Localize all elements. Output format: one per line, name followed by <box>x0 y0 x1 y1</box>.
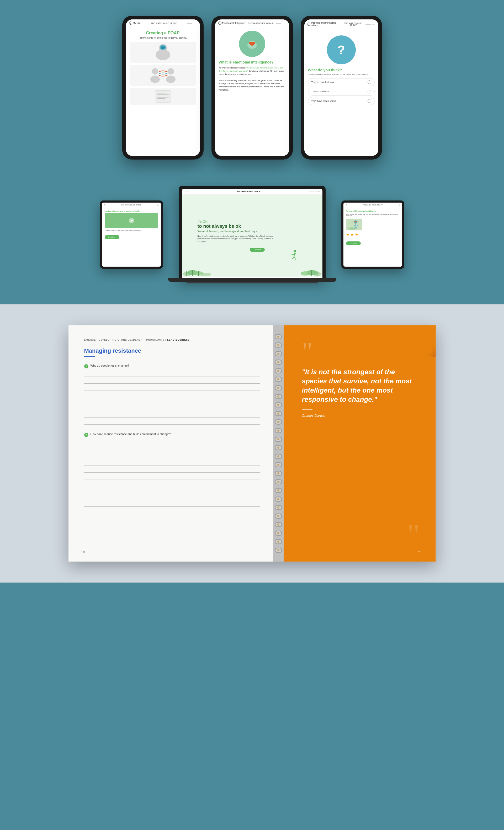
laptop-header-controls: ☰ <box>309 191 320 193</box>
workbook-page-num-right: 52 <box>417 550 420 554</box>
star-3[interactable]: ★ <box>355 232 358 237</box>
play-icon <box>128 218 135 224</box>
svg-rect-10 <box>157 96 169 96</box>
side-left-close[interactable]: ✕ <box>104 204 105 206</box>
laptop-header: ● ● ● THE WAREHOUSE GROUP ☰ <box>182 189 322 195</box>
phone2-title: What is emotional intelligence? <box>219 60 285 64</box>
question-mark-icon: ? <box>337 43 345 57</box>
workbook-container: EMERGE | DEVELOPING STORE LEADERSHIP PRO… <box>68 325 436 562</box>
phone1-content: Creating a POAP Flip the cards for some … <box>126 27 200 154</box>
side-screen-right-content: Personal/Emotional resilience Click on t… <box>343 207 402 248</box>
phone1-back-button[interactable]: ‹ My plan <box>129 22 141 25</box>
svg-rect-12 <box>157 98 165 99</box>
radio-label-3: They have magic wand <box>311 100 336 102</box>
quote-divider <box>302 409 313 410</box>
runner-figure <box>288 249 299 262</box>
continue-button-left[interactable]: Continue <box>105 235 119 239</box>
svg-point-25 <box>301 271 310 276</box>
spiral-ring <box>275 471 282 476</box>
spiral-ring <box>275 343 282 348</box>
answer-line <box>84 405 260 411</box>
spiral-ring <box>275 351 282 356</box>
resilience-figure <box>346 219 362 230</box>
spiral-ring <box>275 334 282 339</box>
spiral-ring <box>275 368 282 374</box>
back-arrow-icon: ‹ <box>129 22 132 25</box>
side-right-menu[interactable]: ☰ <box>399 204 400 206</box>
side-right-close[interactable]: ✕ <box>346 204 347 206</box>
side-screen-left-content: Isn't resilience just a bunch of self...… <box>102 207 161 242</box>
question-2-text: How can I reduce resistance and build co… <box>91 433 171 436</box>
workbook-quote: "It is not the strongest of the species … <box>302 368 420 404</box>
resilience-illustration <box>347 219 361 230</box>
phone3-back-button[interactable]: ‹ Inspiring and motivating others <box>308 22 341 27</box>
radio-option-2[interactable]: They're authentic <box>308 88 375 96</box>
workbook-answer-lines-1 <box>84 371 260 424</box>
continue-button-right[interactable]: Continue <box>346 242 361 245</box>
svg-point-5 <box>168 68 174 74</box>
laptop-continue-button[interactable]: Continue <box>250 248 264 252</box>
answer-line <box>84 446 260 452</box>
phone3-menu-icon[interactable] <box>372 23 375 26</box>
workbook-section-title: Managing resistance <box>84 347 260 354</box>
radio-label-1: They're born that way <box>311 81 334 84</box>
stars-row: ★ ★ ★ <box>346 232 400 237</box>
answer-line <box>84 453 260 459</box>
star-2[interactable]: ★ <box>350 232 354 237</box>
quote-mark-open: " <box>302 341 420 362</box>
laptop-ok-text: It's OK <box>197 220 208 224</box>
svg-line-40 <box>356 227 357 229</box>
workbook-left-page: EMERGE | DEVELOPING STORE LEADERSHIP PRO… <box>68 325 273 562</box>
spiral-ring <box>275 359 282 365</box>
spiral-ring <box>275 428 282 433</box>
svg-rect-8 <box>157 93 165 93</box>
workbook-question-1: ? Why do people resist change? <box>84 364 260 369</box>
radio-circle-2 <box>368 90 371 93</box>
laptop-wrapper: ● ● ● THE WAREHOUSE GROUP ☰ <box>168 186 336 283</box>
spiral-ring <box>275 454 282 459</box>
phone2-back-button[interactable]: ‹ Emotional Intelligence <box>218 22 245 25</box>
phone2-body-text1: As Theodore Roosevelt said: <box>219 67 246 69</box>
mobile-section: ‹ My plan THE WAREHOUSE GROUP Creating a… <box>0 0 504 181</box>
answer-line <box>84 487 260 493</box>
phone3-back-label: Inspiring and motivating others <box>311 22 341 27</box>
spiral-ring <box>275 497 282 502</box>
svg-point-4 <box>150 75 160 83</box>
laptop-body-text: Now, if you're training a person to help… <box>197 235 276 243</box>
phone1-title: Creating a POAP <box>130 31 196 35</box>
video-thumbnail[interactable] <box>105 213 158 228</box>
back-arrow-icon-2: ‹ <box>218 22 221 25</box>
phone3-title: What do you think? <box>308 68 375 72</box>
card-brain[interactable] <box>130 42 196 63</box>
spiral-ring <box>275 385 282 390</box>
phone2-menu-icon[interactable] <box>282 22 286 24</box>
laptop-footer-bar <box>187 282 318 283</box>
phone1-subtitle: Flip the cards for some tips to get you … <box>130 36 196 39</box>
laptop-sub-text: We're all human, and have good and bad d… <box>197 230 257 233</box>
answer-line <box>84 459 260 466</box>
radio-option-1[interactable]: They're born that way <box>308 78 375 86</box>
phone2-body: As Theodore Roosevelt said: "No one care… <box>219 66 285 92</box>
plants-right <box>280 256 322 277</box>
question-1-text: Why do people resist change? <box>91 364 129 367</box>
quote-mark-close: " <box>407 519 420 551</box>
phone2-content: What is emotional intelligence? As Theod… <box>215 27 289 154</box>
svg-point-19 <box>200 273 211 276</box>
radio-label-2: They're authentic <box>311 90 329 93</box>
laptop-stand <box>168 278 336 282</box>
card-connection[interactable] <box>130 65 196 86</box>
phone1-menu-icon[interactable] <box>193 22 197 24</box>
spiral-ring <box>275 411 282 416</box>
card-document[interactable] <box>130 88 196 105</box>
side-left-menu[interactable]: ☰ <box>157 204 158 206</box>
spiral-ring <box>275 394 282 399</box>
radio-option-3[interactable]: They have magic wand <box>308 97 375 105</box>
answer-line <box>84 377 260 384</box>
workbook-right-page: " "It is not the strongest of the specie… <box>284 325 436 562</box>
star-1[interactable]: ★ <box>346 232 349 237</box>
laptop-device: ● ● ● THE WAREHOUSE GROUP ☰ <box>179 186 325 278</box>
heart-brain-icon <box>244 36 260 52</box>
radio-circle-1 <box>368 80 371 84</box>
question-icon-2: ? <box>84 433 88 437</box>
side-right-title: Personal/Emotional resilience <box>346 210 400 212</box>
